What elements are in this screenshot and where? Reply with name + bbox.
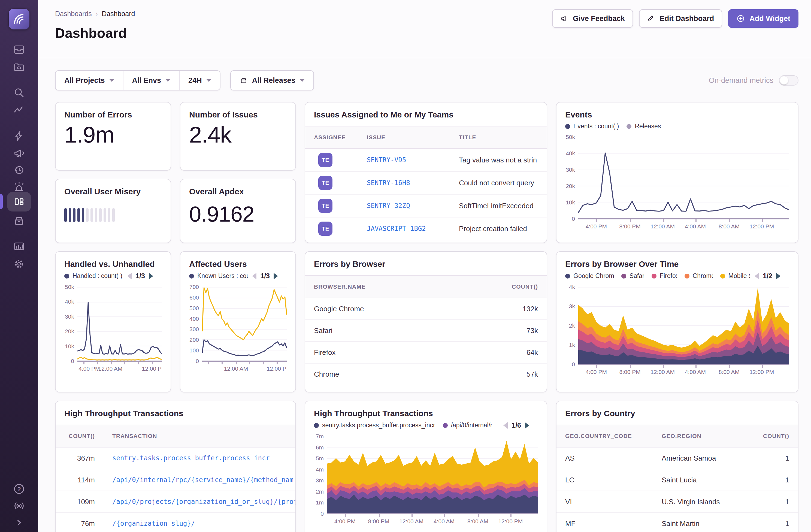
date-range-filter[interactable]: 24H [180,71,220,90]
sidebar-item-performance[interactable] [11,128,27,145]
prev-page-arrow[interactable] [127,273,132,279]
y-axis-label: 2m [316,488,324,495]
column-header[interactable]: COUNT() [487,284,547,290]
dashboard-grid: Number of Errors 1.9m Number of Issues 2… [55,102,798,532]
x-axis-tick [249,362,250,364]
widget-errors-by-browser-over-time[interactable]: Errors by Browser Over Time Google Chrom… [556,251,798,393]
column-header[interactable]: TRANSACTION [104,433,295,439]
legend-dot [189,274,194,278]
cell-issue[interactable]: SENTRY-16H8 [358,179,450,187]
legend-dot [314,423,319,428]
cell-transaction[interactable]: sentry.tasks.process_buffer.process_incr [104,454,295,462]
column-header[interactable]: GEO.COUNTRY_CODE [556,433,653,439]
assignee-avatar[interactable]: TE [318,176,333,190]
environment-filter[interactable]: All Envs [123,71,180,90]
cell-transaction[interactable]: /api/0/internal/rpc/{service_name}/{meth… [104,476,295,484]
prev-page-arrow[interactable] [252,273,257,279]
project-filter[interactable]: All Projects [56,71,123,90]
widget-affected-users[interactable]: Affected Users Known Users : cour 1/3 01… [180,251,296,393]
cell-issue[interactable]: SENTRY-VD5 [358,156,450,164]
next-page-arrow[interactable] [149,273,162,279]
x-axis-tick [663,219,664,222]
cell-name: Chrome [305,370,487,379]
widget-overall-apdex[interactable]: Overall Apdex 0.9162 [180,179,296,243]
legend-item[interactable]: Events : count( ) [565,123,619,130]
sidebar-item-issues[interactable] [11,42,27,58]
y-axis-label: 40k [566,150,575,157]
cell-transaction[interactable]: /{organization_slug}/ [104,520,295,527]
legend-item[interactable]: Firefox [652,272,677,279]
sidebar-item-dashboards[interactable] [7,192,31,212]
column-header[interactable]: COUNT() [56,433,104,439]
sidebar-item-stats[interactable] [11,238,27,255]
legend-item[interactable]: Chrome [685,272,713,279]
column-header[interactable]: ISSUE [358,134,450,141]
assignee-avatar[interactable]: TE [318,199,333,213]
assignee-avatar[interactable]: TE [318,222,333,236]
sidebar-item-settings[interactable] [11,256,27,272]
give-feedback-button[interactable]: Give Feedback [552,9,633,28]
prev-page-arrow[interactable] [503,422,508,429]
prev-page-arrow[interactable] [754,273,759,279]
column-header[interactable]: COUNT() [749,433,798,439]
cell-assignee: TE [305,176,358,190]
legend-item[interactable]: Handled : count( ) [64,272,122,279]
legend-label: Firefox [660,272,677,279]
breadcrumb-dashboards[interactable]: Dashboards [55,10,92,18]
project-filter-label: All Projects [64,76,105,85]
sidebar-item-help[interactable]: ? [11,481,27,497]
column-header[interactable]: GEO.REGION [653,433,749,439]
add-widget-button[interactable]: Add Widget [728,9,798,28]
column-header[interactable]: TITLE [450,134,547,141]
sidebar-item-replays[interactable] [11,162,27,178]
chevron-right-icon [14,517,25,528]
legend-item[interactable]: Google Chrome [565,272,614,279]
legend-item[interactable]: Releases [627,123,661,130]
legend-item[interactable]: Mobile S [720,272,750,279]
widget-issues-assigned[interactable]: Issues Assigned to Me or My Teams ASSIGN… [305,102,547,243]
y-axis-label: 40k [65,299,74,305]
widget-high-throughput-table[interactable]: High Throughput Transactions COUNT()TRAN… [55,401,296,532]
widget-handled-vs-unhandled[interactable]: Handled vs. Unhandled Handled : count( )… [55,251,171,393]
next-page-arrow[interactable] [274,273,287,279]
cell-transaction[interactable]: /api/0/projects/{organization_id_or_slug… [104,498,295,505]
y-axis-label: 30k [65,314,74,320]
sidebar-item-feedback[interactable] [11,145,27,161]
column-header[interactable]: ASSIGNEE [305,134,358,141]
column-header[interactable]: BROWSER.NAME [305,284,487,290]
x-axis-label: 4:00 PM [334,518,356,525]
cell-issue[interactable]: SENTRY-32ZQ [358,202,450,210]
next-page-arrow[interactable] [776,273,789,279]
sidebar-item-projects[interactable] [11,59,27,75]
widget-number-of-issues[interactable]: Number of Issues 2.4k [180,102,296,171]
legend-label: Safari [629,272,644,279]
assignee-avatar[interactable]: TE [318,153,333,167]
widget-number-of-errors[interactable]: Number of Errors 1.9m [55,102,171,171]
edit-dashboard-button[interactable]: Edit Dashboard [639,9,722,28]
sidebar-item-traces[interactable] [11,102,27,118]
widget-events[interactable]: Events Events : count( )Releases 010k20k… [556,102,798,243]
cell-count: 1 [749,519,798,528]
widget-high-throughput-chart[interactable]: High Throughput Transactions sentry.task… [305,401,547,532]
legend-item[interactable]: Known Users : cour [189,272,248,279]
cell-issue[interactable]: JAVASCRIPT-1BG2 [358,225,450,232]
misery-bar [77,208,80,222]
misery-bar [64,208,67,222]
x-axis-tick [596,219,597,222]
sentry-logo[interactable] [9,9,29,29]
widget-errors-by-browser[interactable]: Errors by Browser BROWSER.NAMECOUNT()Goo… [305,251,547,393]
widget-overall-user-misery[interactable]: Overall User Misery [55,179,171,243]
legend-item[interactable]: Safari [621,272,644,279]
cell-assignee: TE [305,199,358,213]
legend-item[interactable]: /api/0/internal/r [443,422,492,429]
sidebar-item-releases[interactable] [11,213,27,229]
sidebar-item-explore[interactable] [11,85,27,101]
sidebar-item-whats-new[interactable] [11,498,27,514]
next-page-arrow[interactable] [525,422,538,429]
on-demand-metrics-toggle[interactable] [779,75,798,86]
widget-title: High Throughput Transactions [56,401,295,418]
widget-errors-by-country[interactable]: Errors by Country GEO.COUNTRY_CODEGEO.RE… [556,401,798,532]
legend-item[interactable]: sentry.tasks.process_buffer.process_incr [314,422,435,429]
releases-filter[interactable]: All Releases [230,70,314,90]
sidebar-collapse[interactable] [11,515,27,531]
